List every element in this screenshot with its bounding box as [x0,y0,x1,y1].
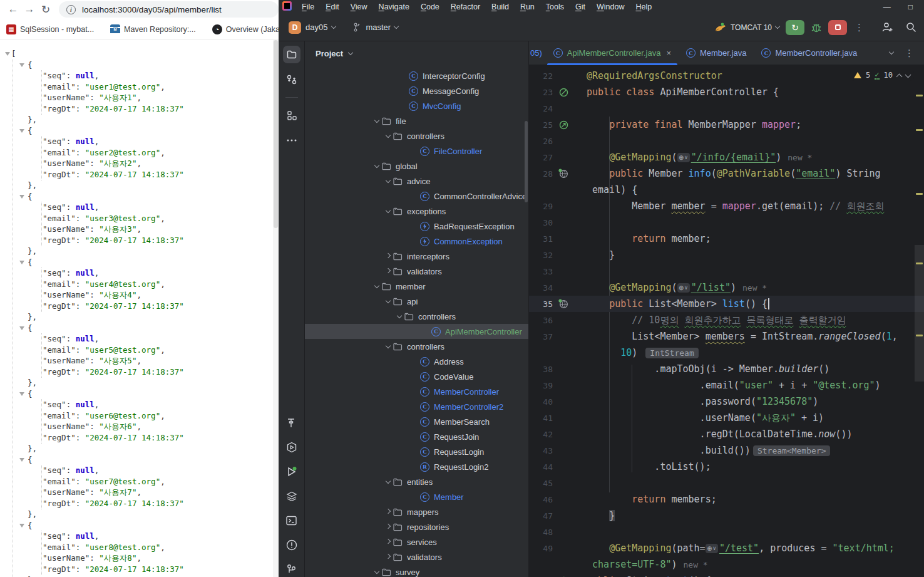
tree-chevron-icon[interactable] [385,508,390,513]
project-scrollbar-thumb[interactable] [525,121,528,202]
tree-chevron-icon[interactable] [374,568,379,573]
tree-chevron-icon[interactable] [374,117,379,122]
code-line[interactable]: 24 [529,100,924,117]
tree-item[interactable]: survey [305,564,528,577]
tree-item[interactable]: member [305,279,528,294]
code-line[interactable]: 40 .password("12345678") [529,393,924,410]
partial-tab[interactable]: 05) [529,41,546,65]
minimize-button[interactable]: — [883,3,891,11]
run-tool-button[interactable] [283,463,300,481]
tree-chevron-icon[interactable] [385,538,390,543]
tree-chevron-icon[interactable] [374,283,379,288]
tree-chevron-icon[interactable] [374,162,379,167]
tree-item[interactable]: RRequestLogin2 [305,459,528,474]
menu-edit[interactable]: Edit [321,1,344,13]
tree-item[interactable]: CRequestJoin [305,429,528,444]
inspections-widget[interactable]: 5 ✓ 10 [850,70,914,81]
tree-item[interactable]: controllers [305,128,528,143]
tree-item[interactable]: CMemberSearch [305,414,528,429]
project-tool-button[interactable] [283,46,300,63]
code-line[interactable]: 26 [529,133,924,149]
editor-scrollbar-thumb[interactable] [915,245,924,382]
tree-item[interactable]: validators [305,264,528,279]
page-info-icon[interactable]: i [66,5,76,14]
menu-help[interactable]: Help [630,1,657,13]
code-line[interactable]: 35 public List<Member> list() { [529,296,924,312]
tree-item[interactable]: global [305,159,528,174]
menu-tools[interactable]: Tools [541,1,569,13]
tree-item[interactable]: CMessageConfig [305,83,528,98]
browser-scrollbar-thumb[interactable] [274,40,278,228]
code-line[interactable]: 42 .regDt(LocalDateTime.now()) [529,426,924,442]
tree-item[interactable]: CMember [305,489,528,504]
bookmark-item[interactable]: MMaven Repository:... [110,24,196,34]
menu-window[interactable]: Window [592,1,629,13]
url-mapping-gutter-icon[interactable] [558,299,568,309]
browser-scrollbar[interactable] [273,40,279,577]
collapse-triangle-icon[interactable] [5,52,10,56]
git-tool-button[interactable] [283,561,300,577]
menu-git[interactable]: Git [570,1,590,13]
collapse-triangle-icon[interactable] [19,195,24,199]
collapse-triangle-icon[interactable] [19,392,24,396]
code-line[interactable]: 37 List<Member> members = IntStream.rang… [529,328,924,345]
editor-scrollbar[interactable] [915,65,924,577]
layers-tool-button[interactable] [283,487,300,505]
menu-run[interactable]: Run [515,1,540,13]
collapse-triangle-icon[interactable] [19,261,24,264]
code-line[interactable]: 48 [529,524,924,540]
code-line[interactable]: 10) IntStream [529,345,924,361]
code-line[interactable]: 29 Member member = mapper.get(email); //… [529,198,924,214]
tree-chevron-icon[interactable] [385,298,390,303]
close-icon[interactable]: × [666,48,671,58]
code-line[interactable]: 36 // 10명의 회원추가하고 목록형태로 출력할거임 [529,312,924,328]
code-line[interactable]: 47 } [529,507,924,524]
tree-item[interactable]: CCodeValue [305,369,528,384]
code-line[interactable]: 28 public Member info(@PathVariable("ema… [529,165,924,182]
code-line[interactable]: 23public class ApiMemberController { [529,84,924,100]
tree-chevron-icon[interactable] [396,313,401,318]
tree-chevron-icon[interactable] [385,523,390,528]
tree-chevron-icon[interactable] [385,252,390,257]
commit-tool-button[interactable] [283,71,300,88]
tree-item[interactable]: services [305,534,528,549]
code-line[interactable]: charset=UTF-8")new * [529,556,924,573]
code-line[interactable]: 27 @GetMapping(⊕∨"/info/{email}")new * [529,149,924,165]
tree-item[interactable]: BadRequestException [305,219,528,234]
search-icon[interactable] [906,22,916,33]
tree-item[interactable]: repositories [305,519,528,534]
tree-item[interactable]: CApiMemberController [305,324,528,339]
editor-tab[interactable]: CMemberController.java [754,41,865,65]
editor-tab[interactable]: CApiMemberController.java× [546,41,679,65]
tree-item[interactable]: CInterceptorConfig [305,68,528,83]
code-line[interactable]: 38 .mapToObj(i -> Member.builder() [529,361,924,377]
code-line[interactable]: 44 .toList(); [529,459,924,475]
tree-item[interactable]: controllers [305,339,528,354]
code-line[interactable]: 43 .build())Stream<Member> [529,442,924,459]
terminal-tool-button[interactable] [283,512,300,529]
code-line[interactable]: 49 @GetMapping(path=⊕∨"/test", produces … [529,540,924,556]
tree-item[interactable]: CMvcConfig [305,98,528,113]
project-switcher[interactable]: D day05 [285,19,339,36]
tree-item[interactable]: CAddress [305,354,528,369]
branch-switcher[interactable]: master [353,23,398,32]
tree-item[interactable]: interceptors [305,249,528,264]
url-globe-inlay-icon[interactable]: ⊕∨ [677,153,690,162]
tree-item[interactable]: advice [305,174,528,189]
project-panel-header[interactable]: Project [305,41,528,65]
code-line[interactable]: 33 [529,263,924,279]
collapse-triangle-icon[interactable] [19,129,24,133]
collapse-triangle-icon[interactable] [19,326,24,330]
services-tool-button[interactable] [283,439,300,456]
debug-bug-icon[interactable] [811,22,822,33]
refresh-button[interactable]: ↻ [38,1,54,18]
bookmark-item[interactable]: ◔Overview (Jakarta E... [212,24,279,34]
code-line[interactable]: 31 return member; [529,231,924,247]
url-bar[interactable]: i localhost:3000/day05/api/member/list [59,1,279,18]
menu-code[interactable]: Code [416,1,444,13]
code-line[interactable]: 25 private final MemberMapper mapper; [529,117,924,133]
bookmark-item[interactable]: ▦SqlSession - mybat... [6,24,94,34]
code-line[interactable]: 32 } [529,247,924,263]
tree-item[interactable]: CFileController [305,143,528,159]
structure-tool-button[interactable] [283,107,300,124]
